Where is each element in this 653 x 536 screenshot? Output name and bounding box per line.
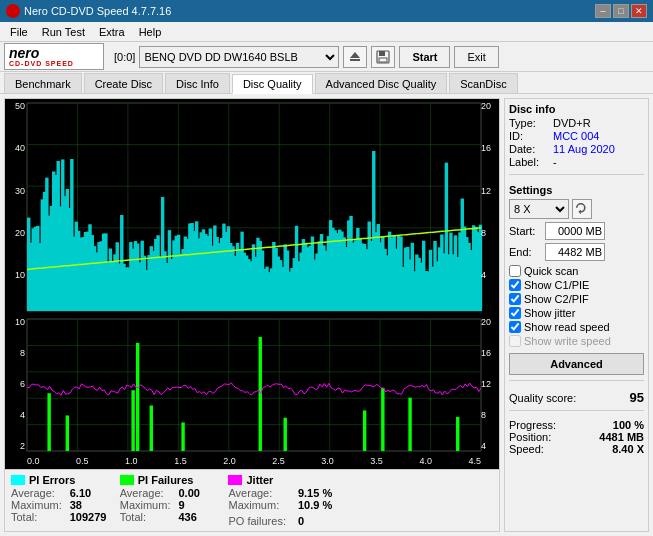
- svg-rect-3: [379, 51, 385, 56]
- bottom-chart-canvas: [5, 315, 499, 469]
- pif-total-value: 436: [178, 511, 218, 523]
- id-label: ID:: [509, 130, 549, 142]
- y-bot-10: 10: [5, 317, 27, 327]
- toolbar: nero CD-DVD SPEED [0:0] BENQ DVD DD DW16…: [0, 42, 653, 72]
- pi-total-label: Total:: [11, 511, 37, 523]
- stats-bar: PI Errors Average: 6.10 Maximum: 38 Tota…: [5, 469, 499, 531]
- save-icon: [376, 50, 390, 64]
- jitter-stat: Jitter Average: 9.15 % Maximum: 10.9 % P…: [228, 474, 337, 527]
- minimize-button[interactable]: –: [595, 4, 611, 18]
- pi-failures-label: PI Failures: [138, 474, 194, 486]
- nero-sub: CD-DVD SPEED: [9, 60, 74, 67]
- close-button[interactable]: ✕: [631, 4, 647, 18]
- refresh-icon: [576, 203, 588, 215]
- y-right-top-20: 20: [481, 101, 499, 111]
- progress-label: Progress:: [509, 419, 556, 431]
- po-failures-label: PO failures:: [228, 515, 285, 527]
- tab-scan-disc[interactable]: ScanDisc: [449, 73, 517, 93]
- save-icon-btn[interactable]: [371, 46, 395, 68]
- quick-scan-checkbox[interactable]: [509, 265, 521, 277]
- menu-help[interactable]: Help: [133, 25, 168, 39]
- main-content: 50 40 30 20 10 20 16 12 8 4 10: [0, 94, 653, 536]
- jitter-max-label: Maximum:: [228, 499, 279, 511]
- pif-avg-label: Average:: [120, 487, 164, 499]
- right-panel: Disc info Type: DVD+R ID: MCC 004 Date: …: [504, 98, 649, 532]
- eject-icon-btn[interactable]: [343, 46, 367, 68]
- show-c1-checkbox[interactable]: [509, 279, 521, 291]
- quick-scan-label: Quick scan: [524, 265, 578, 277]
- end-input[interactable]: [545, 243, 605, 261]
- pi-avg-value: 6.10: [70, 487, 110, 499]
- disc-label-row: Label: -: [509, 156, 644, 168]
- checkboxes-section: Quick scan Show C1/PIE Show C2/PIF Show …: [509, 263, 644, 347]
- tab-advanced-disc-quality[interactable]: Advanced Disc Quality: [315, 73, 448, 93]
- x-3.0: 3.0: [321, 456, 334, 466]
- y-top-50: 50: [5, 101, 27, 111]
- start-button[interactable]: Start: [399, 46, 450, 68]
- quality-score-value: 95: [630, 390, 644, 405]
- y-bot-2: 2: [5, 441, 27, 451]
- tab-benchmark[interactable]: Benchmark: [4, 73, 82, 93]
- pif-avg-value: 0.00: [178, 487, 218, 499]
- title-bar-controls[interactable]: – □ ✕: [595, 4, 647, 18]
- x-2.0: 2.0: [223, 456, 236, 466]
- title-bar-left: Nero CD-DVD Speed 4.7.7.16: [6, 4, 171, 18]
- progress-row: Progress: 100 %: [509, 419, 644, 431]
- menu-extra[interactable]: Extra: [93, 25, 131, 39]
- menu-bar: File Run Test Extra Help: [0, 22, 653, 42]
- x-0.5: 0.5: [76, 456, 89, 466]
- show-c2-checkbox[interactable]: [509, 293, 521, 305]
- date-row: Date: 11 Aug 2020: [509, 143, 644, 155]
- jitter-avg-value: 9.15 %: [298, 487, 338, 499]
- y-right-bot-4: 4: [481, 441, 499, 451]
- speed-value: 8.40 X: [612, 443, 644, 455]
- pi-errors-color: [11, 475, 25, 485]
- refresh-button[interactable]: [572, 199, 592, 219]
- maximize-button[interactable]: □: [613, 4, 629, 18]
- quick-scan-row: Quick scan: [509, 265, 644, 277]
- settings-title: Settings: [509, 184, 644, 196]
- position-label: Position:: [509, 431, 551, 443]
- y-right-bot-12: 12: [481, 379, 499, 389]
- pif-max-label: Maximum:: [120, 499, 171, 511]
- top-chart: 50 40 30 20 10 20 16 12 8 4: [5, 99, 499, 315]
- x-2.5: 2.5: [272, 456, 285, 466]
- disc-info-section: Disc info Type: DVD+R ID: MCC 004 Date: …: [509, 103, 644, 169]
- top-chart-canvas: [5, 99, 499, 315]
- type-label: Type:: [509, 117, 549, 129]
- y-top-20: 20: [5, 228, 27, 238]
- svg-marker-0: [350, 52, 360, 58]
- show-read-speed-row: Show read speed: [509, 321, 644, 333]
- tab-disc-quality[interactable]: Disc Quality: [232, 74, 313, 94]
- speed-select[interactable]: 8 X: [509, 199, 569, 219]
- y-right-top-12: 12: [481, 186, 499, 196]
- show-read-speed-checkbox[interactable]: [509, 321, 521, 333]
- pi-failures-stat: PI Failures Average: 0.00 Maximum: 9 Tot…: [120, 474, 219, 527]
- show-jitter-label: Show jitter: [524, 307, 575, 319]
- drive-select[interactable]: BENQ DVD DD DW1640 BSLB: [139, 46, 339, 68]
- id-row: ID: MCC 004: [509, 130, 644, 142]
- y-right-bot-8: 8: [481, 410, 499, 420]
- tab-disc-info[interactable]: Disc Info: [165, 73, 230, 93]
- exit-button[interactable]: Exit: [454, 46, 498, 68]
- show-jitter-checkbox[interactable]: [509, 307, 521, 319]
- nero-brand: nero: [9, 46, 74, 60]
- menu-file[interactable]: File: [4, 25, 34, 39]
- quality-score-label: Quality score:: [509, 392, 576, 404]
- app-icon: [6, 4, 20, 18]
- tab-create-disc[interactable]: Create Disc: [84, 73, 163, 93]
- show-write-speed-checkbox[interactable]: [509, 335, 521, 347]
- disc-label-value: -: [553, 156, 557, 168]
- show-write-speed-row: Show write speed: [509, 335, 644, 347]
- pi-max-label: Maximum:: [11, 499, 62, 511]
- progress-section: Progress: 100 % Position: 4481 MB Speed:…: [509, 419, 644, 455]
- date-value: 11 Aug 2020: [553, 143, 615, 155]
- start-input[interactable]: [545, 222, 605, 240]
- y-bot-6: 6: [5, 379, 27, 389]
- chart-and-stats: 50 40 30 20 10 20 16 12 8 4 10: [4, 98, 500, 532]
- jitter-color: [228, 475, 242, 485]
- jitter-avg-label: Average:: [228, 487, 272, 499]
- advanced-button[interactable]: Advanced: [509, 353, 644, 375]
- menu-run-test[interactable]: Run Test: [36, 25, 91, 39]
- speed-row: 8 X: [509, 199, 644, 219]
